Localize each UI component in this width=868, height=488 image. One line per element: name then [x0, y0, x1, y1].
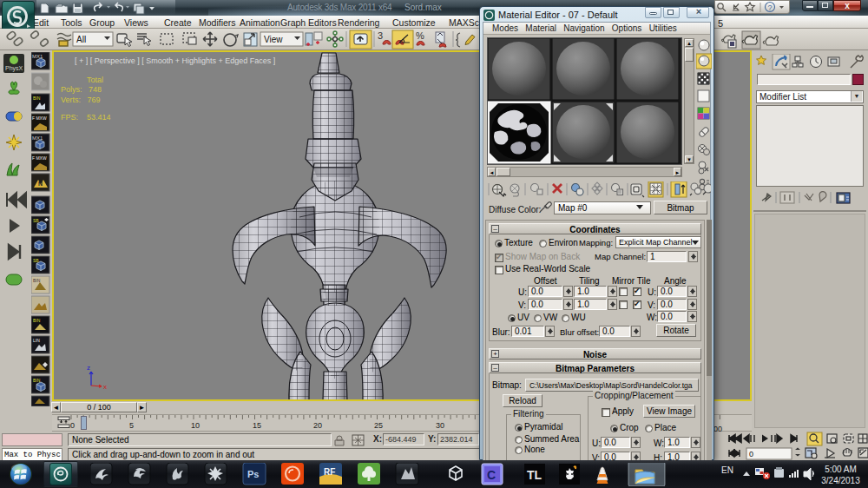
svg-text:N: N	[38, 181, 43, 187]
svg-text:F MXW: F MXW	[32, 115, 47, 121]
svg-text:SB: SB	[33, 218, 39, 223]
svg-text:View: View	[264, 35, 283, 44]
svg-text:%: %	[416, 30, 424, 41]
svg-text:BIN: BIN	[33, 318, 41, 323]
svg-text:MX1: MX1	[32, 135, 43, 141]
svg-text:BIN: BIN	[33, 96, 41, 101]
svg-text:BIN: BIN	[33, 378, 41, 383]
svg-text:C: C	[487, 468, 496, 482]
svg-text:?: ?	[767, 3, 772, 12]
svg-text:Ps: Ps	[247, 469, 259, 479]
svg-text:LIN: LIN	[33, 338, 40, 343]
svg-text:F MXW: F MXW	[32, 155, 47, 161]
svg-text:PhysX: PhysX	[5, 65, 23, 72]
svg-text:0: 0	[749, 450, 753, 458]
svg-text:All: All	[76, 35, 86, 44]
svg-text:RF: RF	[324, 467, 335, 477]
svg-text:3: 3	[378, 30, 383, 41]
svg-text:z: z	[87, 364, 90, 372]
svg-text:x: x	[103, 383, 107, 391]
svg-text:BIN: BIN	[33, 278, 41, 283]
svg-text:TL: TL	[527, 468, 542, 482]
